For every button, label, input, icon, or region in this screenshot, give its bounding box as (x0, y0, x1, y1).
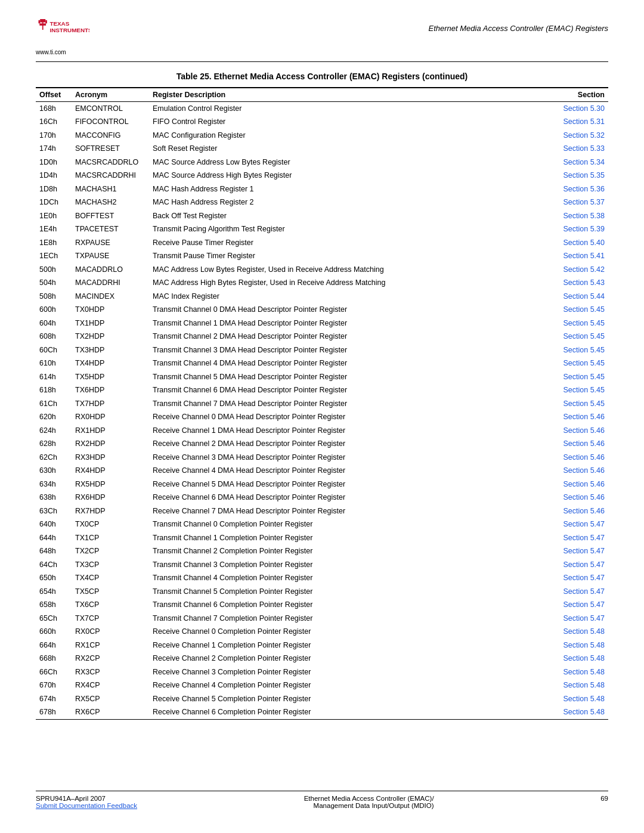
cell-description: Back Off Test Register (149, 209, 549, 223)
section-link[interactable]: Section 5.45 (564, 373, 605, 381)
cell-acronym: MACHASH1 (72, 182, 149, 196)
cell-description: Soft Reset Register (149, 143, 549, 156)
cell-section: Section 5.45 (549, 370, 608, 384)
section-link[interactable]: Section 5.48 (564, 708, 605, 716)
cell-description: Receive Channel 6 Completion Pointer Reg… (149, 706, 549, 720)
cell-description: Transmit Channel 3 DMA Head Descriptor P… (149, 343, 549, 357)
section-link[interactable]: Section 5.31 (564, 117, 605, 126)
cell-description: Transmit Channel 4 DMA Head Descriptor P… (149, 357, 549, 371)
section-link[interactable]: Section 5.40 (564, 239, 605, 247)
table-row: 618hTX6HDPTransmit Channel 6 DMA Head De… (36, 384, 608, 398)
table-row: 678hRX6CPReceive Channel 6 Completion Po… (36, 706, 608, 720)
section-link[interactable]: Section 5.46 (564, 453, 605, 462)
cell-section: Section 5.46 (549, 424, 608, 438)
section-link[interactable]: Section 5.46 (564, 493, 605, 501)
section-link[interactable]: Section 5.45 (564, 386, 605, 394)
section-link[interactable]: Section 5.46 (564, 439, 605, 448)
ti-logo: TEXAS INSTRUMENTS (36, 18, 89, 48)
cell-acronym: MACCONFIG (72, 129, 149, 143)
section-link[interactable]: Section 5.42 (564, 265, 605, 274)
cell-description: Transmit Channel 1 DMA Head Descriptor P… (149, 317, 549, 330)
cell-section: Section 5.35 (549, 169, 608, 183)
section-link[interactable]: Section 5.45 (564, 359, 605, 367)
cell-section: Section 5.45 (549, 304, 608, 317)
table-row: 62ChRX3HDPReceive Channel 3 DMA Head Des… (36, 451, 608, 465)
section-link[interactable]: Section 5.48 (564, 668, 605, 676)
section-link[interactable]: Section 5.48 (564, 654, 605, 662)
cell-section: Section 5.46 (549, 478, 608, 491)
cell-description: Transmit Channel 6 DMA Head Descriptor P… (149, 384, 549, 398)
cell-description: Receive Channel 2 DMA Head Descriptor Po… (149, 438, 549, 451)
section-link[interactable]: Section 5.46 (564, 413, 605, 421)
cell-acronym: RX7HDP (72, 504, 149, 518)
cell-description: FIFO Control Register (149, 116, 549, 129)
submit-feedback-link[interactable]: Submit Documentation Feedback (36, 802, 137, 809)
cell-offset: 660h (36, 625, 72, 639)
section-link[interactable]: Section 5.46 (564, 507, 605, 515)
section-link[interactable]: Section 5.48 (564, 641, 605, 649)
section-link[interactable]: Section 5.39 (564, 225, 605, 233)
table-row: 60ChTX3HDPTransmit Channel 3 DMA Head De… (36, 343, 608, 357)
section-link[interactable]: Section 5.37 (564, 198, 605, 206)
cell-acronym: MACINDEX (72, 290, 149, 304)
cell-acronym: TXPAUSE (72, 250, 149, 264)
section-link[interactable]: Section 5.47 (564, 561, 605, 569)
section-link[interactable]: Section 5.47 (564, 534, 605, 542)
table-row: 1EChTXPAUSETransmit Pause Timer Register… (36, 250, 608, 264)
section-link[interactable]: Section 5.48 (564, 627, 605, 636)
section-link[interactable]: Section 5.46 (564, 466, 605, 475)
section-link[interactable]: Section 5.47 (564, 520, 605, 528)
cell-acronym: RX6CP (72, 706, 149, 720)
section-link[interactable]: Section 5.45 (564, 319, 605, 327)
cell-acronym: TX5CP (72, 585, 149, 599)
cell-acronym: RX0CP (72, 625, 149, 639)
section-link[interactable]: Section 5.47 (564, 587, 605, 596)
cell-section: Section 5.46 (549, 438, 608, 451)
section-link[interactable]: Section 5.47 (564, 600, 605, 609)
cell-section: Section 5.45 (549, 384, 608, 398)
cell-section: Section 5.46 (549, 451, 608, 465)
section-link[interactable]: Section 5.32 (564, 131, 605, 140)
section-link[interactable]: Section 5.48 (564, 681, 605, 689)
table-row: 614hTX5HDPTransmit Channel 5 DMA Head De… (36, 370, 608, 384)
section-link[interactable]: Section 5.38 (564, 212, 605, 220)
section-link[interactable]: Section 5.47 (564, 614, 605, 623)
section-link[interactable]: Section 5.35 (564, 171, 605, 179)
cell-offset: 174h (36, 143, 72, 156)
section-link[interactable]: Section 5.45 (564, 305, 605, 314)
website-url: www.ti.com (36, 49, 66, 55)
cell-offset: 1D4h (36, 169, 72, 183)
col-header-section: Section (549, 88, 608, 102)
cell-offset: 66Ch (36, 665, 72, 679)
section-link[interactable]: Section 5.34 (564, 158, 605, 166)
cell-offset: 618h (36, 384, 72, 398)
section-link[interactable]: Section 5.48 (564, 695, 605, 703)
section-link[interactable]: Section 5.45 (564, 346, 605, 354)
section-link[interactable]: Section 5.43 (564, 278, 605, 287)
section-link[interactable]: Section 5.30 (564, 104, 605, 113)
cell-section: Section 5.42 (549, 263, 608, 277)
section-link[interactable]: Section 5.45 (564, 332, 605, 340)
cell-offset: 65Ch (36, 612, 72, 625)
section-link[interactable]: Section 5.33 (564, 144, 605, 153)
section-link[interactable]: Section 5.36 (564, 185, 605, 193)
section-link[interactable]: Section 5.41 (564, 252, 605, 260)
cell-acronym: MACSRCADDRHI (72, 169, 149, 183)
section-link[interactable]: Section 5.47 (564, 574, 605, 582)
section-link[interactable]: Section 5.47 (564, 547, 605, 555)
table-row: 674hRX5CPReceive Channel 5 Completion Po… (36, 692, 608, 706)
table-row: 640hTX0CPTransmit Channel 0 Completion P… (36, 518, 608, 532)
cell-acronym: TX7CP (72, 612, 149, 625)
section-link[interactable]: Section 5.46 (564, 426, 605, 435)
section-link[interactable]: Section 5.44 (564, 292, 605, 301)
section-link[interactable]: Section 5.46 (564, 480, 605, 488)
cell-offset: 600h (36, 304, 72, 317)
cell-section: Section 5.47 (549, 572, 608, 586)
section-link[interactable]: Section 5.45 (564, 400, 605, 408)
cell-offset: 674h (36, 692, 72, 706)
svg-marker-3 (39, 23, 46, 26)
cell-offset: 16Ch (36, 116, 72, 129)
cell-offset: 60Ch (36, 343, 72, 357)
cell-acronym: RX5HDP (72, 478, 149, 491)
cell-acronym: RX6HDP (72, 491, 149, 505)
